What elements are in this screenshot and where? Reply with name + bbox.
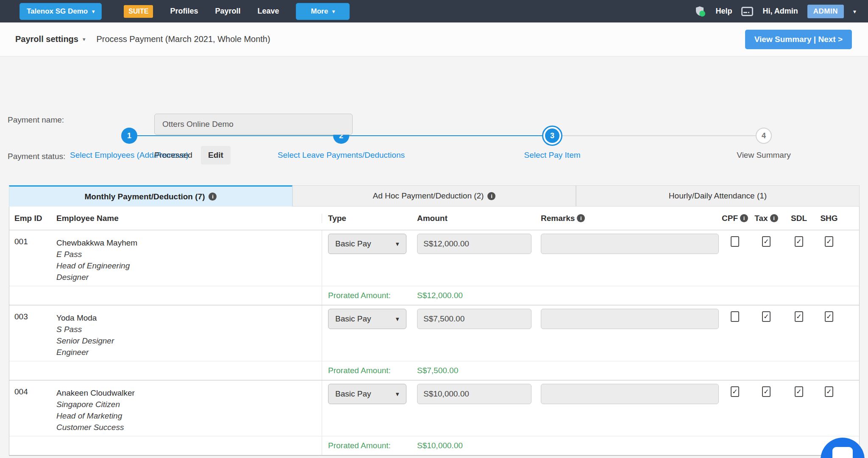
table-row: 003 Yoda Moda S Pass Senior Designer Eng… xyxy=(9,305,859,361)
account-chevron-down-icon[interactable]: ▾ xyxy=(853,8,856,15)
employee-name: Chewbakkwa Mayhem xyxy=(56,237,322,249)
info-icon[interactable]: i xyxy=(770,214,778,222)
sdl-checkbox[interactable]: ✓ xyxy=(795,311,803,322)
shg-checkbox[interactable]: ✓ xyxy=(825,386,833,397)
amount-input[interactable] xyxy=(417,234,531,254)
employee-cell: Yoda Moda S Pass Senior Designer Enginee… xyxy=(56,305,322,361)
prorated-label: Prorated Amount: xyxy=(322,286,411,305)
employee-detail: Customer Success xyxy=(56,422,322,433)
shield-status-icon[interactable] xyxy=(695,6,706,17)
shg-cell: ✓ xyxy=(814,305,844,361)
employee-cell: Anakeen Cloudwalker Singapore Citizen He… xyxy=(56,380,322,436)
edit-status-button[interactable]: Edit xyxy=(201,146,231,165)
header-shg: SHG xyxy=(814,214,844,223)
emp-id: 003 xyxy=(9,305,56,361)
payroll-settings-menu[interactable]: Payroll settings ▾ xyxy=(15,34,85,44)
step-label-3[interactable]: Select Pay Item xyxy=(524,151,580,160)
employee-detail: E Pass xyxy=(56,249,322,260)
info-icon[interactable]: i xyxy=(487,192,495,200)
tab-adhoc-payment[interactable]: Ad Hoc Payment/Deduction (2) i xyxy=(292,185,576,207)
remarks-input[interactable] xyxy=(541,384,719,404)
tab-monthly-payment[interactable]: Monthly Payment/Deduction (7) i xyxy=(9,185,292,207)
employee-cell: Chewbakkwa Mayhem E Pass Head of Enginee… xyxy=(56,230,322,286)
role-badge: ADMIN xyxy=(807,5,844,18)
sdl-checkbox[interactable]: ✓ xyxy=(795,386,803,397)
header-remarks-label: Remarks xyxy=(541,214,575,223)
step-circle-4[interactable]: 4 xyxy=(756,128,772,144)
nav-item-profiles[interactable]: Profiles xyxy=(170,7,198,16)
payment-name-input[interactable] xyxy=(154,114,353,135)
remarks-cell xyxy=(535,230,721,286)
remarks-input[interactable] xyxy=(541,234,719,254)
pay-type-value: Basic Pay xyxy=(335,389,371,399)
remarks-cell xyxy=(535,305,721,361)
employee-name: Anakeen Cloudwalker xyxy=(56,387,322,399)
prorated-row: Prorated Amount: S$7,500.00 xyxy=(9,361,859,380)
help-link[interactable]: Help xyxy=(715,7,732,16)
chevron-down-icon: ▾ xyxy=(332,8,335,14)
tax-checkbox[interactable]: ✓ xyxy=(762,236,771,247)
top-navbar: Talenox SG Demo ▾ SUITE Profiles Payroll… xyxy=(0,0,868,22)
remarks-input[interactable] xyxy=(541,309,719,329)
prorated-row: Prorated Amount: S$12,000.00 xyxy=(9,286,859,305)
tab-label: Monthly Payment/Deduction (7) xyxy=(85,192,205,201)
prorated-row: Prorated Amount: S$10,000.00 xyxy=(9,436,859,455)
shg-checkbox[interactable]: ✓ xyxy=(825,236,833,247)
nav-item-payroll[interactable]: Payroll xyxy=(215,7,240,16)
pay-item-table: Emp ID Employee Name Type Amount Remarks… xyxy=(9,207,860,456)
employee-detail: S Pass xyxy=(56,324,322,335)
suite-badge: SUITE xyxy=(124,5,153,18)
chevron-down-icon: ▾ xyxy=(83,36,86,42)
cpf-checkbox[interactable] xyxy=(731,236,739,247)
tax-checkbox[interactable]: ✓ xyxy=(762,311,771,322)
nav-item-leave[interactable]: Leave xyxy=(257,7,279,16)
pay-type-value: Basic Pay xyxy=(335,314,371,324)
payment-status-value: Processed xyxy=(154,151,192,160)
type-cell: Basic Pay ▼ xyxy=(322,305,411,361)
payment-status-label: Payment status: xyxy=(8,152,65,161)
employee-detail: Head of Engineering xyxy=(56,260,322,271)
shg-cell: ✓ xyxy=(814,380,844,436)
table-row: 001 Chewbakkwa Mayhem E Pass Head of Eng… xyxy=(9,230,859,286)
step-circle-1[interactable]: 1 xyxy=(121,128,137,144)
prorated-amount: S$7,500.00 xyxy=(411,366,535,375)
sdl-cell: ✓ xyxy=(784,305,814,361)
more-button[interactable]: More ▾ xyxy=(296,3,350,20)
pay-type-select[interactable]: Basic Pay ▼ xyxy=(328,384,406,404)
tab-hourly-daily-attendance[interactable]: Hourly/Daily Attendance (1) xyxy=(576,185,860,207)
sdl-checkbox[interactable]: ✓ xyxy=(795,236,803,247)
tab-label: Hourly/Daily Attendance (1) xyxy=(669,191,767,201)
progress-stepper: 1 2 3 4 Select Employees (Add/Remove) Se… xyxy=(0,56,868,112)
view-summary-next-button[interactable]: View Summary | Next > xyxy=(745,30,852,49)
employee-detail: Singapore Citizen xyxy=(56,399,322,410)
step-number: 3 xyxy=(545,128,559,143)
cpf-cell: ✓ xyxy=(721,380,749,436)
info-icon[interactable]: i xyxy=(577,214,585,222)
step-label-2[interactable]: Select Leave Payments/Deductions xyxy=(278,151,405,160)
tax-cell: ✓ xyxy=(749,380,784,436)
employee-detail: Engineer xyxy=(56,346,322,358)
employee-name: Yoda Moda xyxy=(56,312,322,324)
header-cpf-label: CPF xyxy=(722,214,738,223)
amount-input[interactable] xyxy=(417,384,531,404)
step-label-4: View Summary xyxy=(737,151,790,160)
header-tax-label: Tax xyxy=(754,214,768,223)
pay-type-value: Basic Pay xyxy=(335,239,371,249)
pay-type-select[interactable]: Basic Pay ▼ xyxy=(328,234,406,254)
amount-cell xyxy=(411,380,535,436)
info-icon[interactable]: i xyxy=(740,214,748,222)
cpf-checkbox[interactable] xyxy=(731,311,739,322)
cpf-checkbox[interactable]: ✓ xyxy=(731,386,739,397)
step-circle-3[interactable]: 3 xyxy=(542,126,562,146)
employee-detail: Senior Designer xyxy=(56,335,322,346)
type-cell: Basic Pay ▼ xyxy=(322,230,411,286)
emp-id: 001 xyxy=(9,230,56,286)
tax-checkbox[interactable]: ✓ xyxy=(762,386,771,397)
shg-checkbox[interactable]: ✓ xyxy=(825,311,833,322)
amount-input[interactable] xyxy=(417,309,531,329)
payment-name-label: Payment name: xyxy=(8,115,64,125)
pay-type-select[interactable]: Basic Pay ▼ xyxy=(328,309,406,329)
info-icon[interactable]: i xyxy=(209,193,217,201)
company-selector-button[interactable]: Talenox SG Demo ▾ xyxy=(19,3,102,20)
billing-card-icon[interactable] xyxy=(741,7,753,16)
